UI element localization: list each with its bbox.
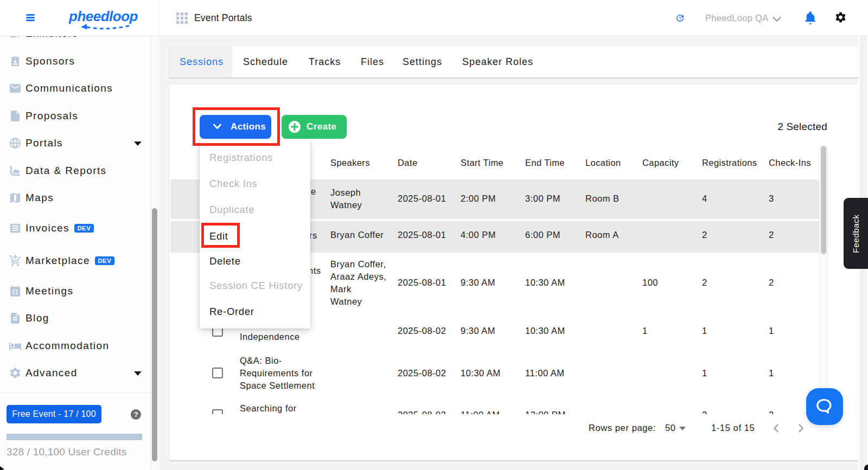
svg-text:pheedloop: pheedloop bbox=[68, 8, 138, 24]
